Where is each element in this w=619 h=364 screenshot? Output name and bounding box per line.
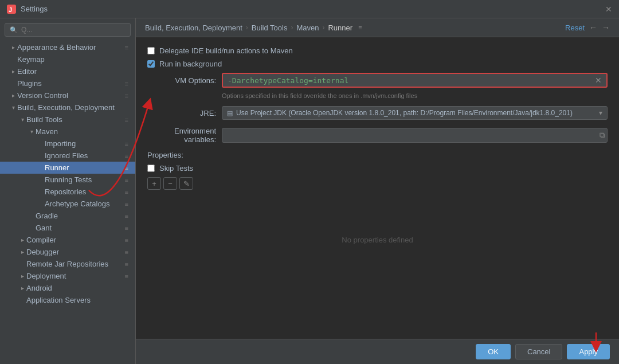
jre-dropdown-arrow: ▾ [599, 109, 602, 117]
sidebar-item-deployment[interactable]: Deployment ≡ [0, 270, 135, 282]
search-box[interactable]: 🔍 [5, 23, 131, 37]
title-bar-left: J Settings [7, 5, 48, 14]
sidebar-item-label: Version Control [17, 91, 125, 100]
background-checkbox[interactable] [147, 60, 155, 68]
sidebar-item-build-exec-deploy[interactable]: Build, Execution, Deployment [0, 101, 135, 113]
arrow-icon [18, 273, 26, 279]
arrow-icon [9, 92, 17, 99]
arrow-icon [18, 285, 26, 291]
sidebar-item-archetype-catalogs[interactable]: Archetype Catalogs ≡ [0, 198, 135, 210]
sidebar-item-ignored-files[interactable]: Ignored Files ≡ [0, 150, 135, 162]
sidebar-item-remote-jar[interactable]: Remote Jar Repositories ≡ [0, 258, 135, 270]
sidebar-item-appearance[interactable]: Appearance & Behavior ≡ [0, 41, 135, 53]
delegate-checkbox-row: Delegate IDE build/run actions to Maven [147, 46, 608, 55]
search-icon: 🔍 [10, 26, 18, 34]
breadcrumb-build-tools: Build Tools [252, 24, 288, 32]
arrow-icon [9, 68, 17, 75]
sidebar-item-label: Build, Execution, Deployment [17, 103, 131, 112]
jre-select-text: Use Project JDK (Oracle OpenJDK version … [236, 109, 599, 117]
settings-content: Delegate IDE build/run actions to Maven … [136, 37, 619, 339]
background-label: Run in background [159, 60, 222, 68]
sidebar-item-gant[interactable]: Gant ≡ [0, 222, 135, 234]
sidebar-item-importing[interactable]: Importing ≡ [0, 138, 135, 150]
sidebar-item-build-tools[interactable]: Build Tools ≡ [0, 113, 135, 126]
vm-options-row: VM Options: ✕ [147, 73, 608, 88]
svg-text:J: J [9, 6, 12, 13]
sidebar-item-gradle[interactable]: Gradle ≡ [0, 210, 135, 222]
delegate-label: Delegate IDE build/run actions to Maven [159, 46, 293, 55]
sidebar-item-label: Remote Jar Repositories [26, 260, 125, 268]
sidebar-item-label: Plugins [17, 79, 125, 88]
vm-clear-button[interactable]: ✕ [595, 76, 602, 85]
sidebar-item-label: Maven [36, 127, 131, 136]
sidebar-item-label: Application Servers [26, 296, 131, 304]
sidebar-item-label: Repositories [45, 187, 125, 196]
nav-buttons: Reset ← → [565, 23, 610, 32]
sidebar-item-runner[interactable]: Runner ≡ [0, 162, 135, 174]
jre-select[interactable]: ▤ Use Project JDK (Oracle OpenJDK versio… [222, 106, 608, 120]
skip-tests-row: Skip Tests [147, 164, 608, 173]
title-bar: J Settings ✕ [0, 0, 619, 18]
breadcrumb: Build, Execution, Deployment › Build Too… [145, 24, 362, 32]
sidebar-item-compiler[interactable]: Compiler ≡ [0, 234, 135, 246]
sidebar-item-version-control[interactable]: Version Control ≡ [0, 89, 135, 101]
ok-button[interactable]: OK [476, 344, 511, 359]
env-field: ⧉ [222, 128, 608, 143]
env-label: Environment variables: [147, 127, 216, 144]
vm-options-field[interactable]: ✕ [222, 73, 608, 88]
props-label: Properties: [147, 151, 608, 159]
sidebar-item-label: Running Tests [45, 175, 125, 184]
jdk-icon: ▤ [227, 109, 233, 117]
edit-property-button[interactable]: ✎ [179, 177, 193, 190]
arrow-icon [18, 237, 26, 243]
search-input[interactable] [21, 26, 126, 34]
skip-tests-checkbox[interactable] [147, 165, 155, 172]
sidebar-item-plugins[interactable]: Plugins ≡ [0, 77, 135, 89]
close-icon[interactable]: ✕ [605, 5, 612, 14]
cancel-button[interactable]: Cancel [515, 344, 562, 359]
jre-row: JRE: ▤ Use Project JDK (Oracle OpenJDK v… [147, 106, 608, 120]
sidebar-item-label: Gant [36, 224, 125, 232]
sidebar-item-label: Gradle [36, 212, 125, 220]
breadcrumb-runner: Runner [328, 24, 352, 32]
sidebar-item-label: Build Tools [26, 115, 125, 124]
sidebar-item-maven[interactable]: Maven [0, 126, 135, 138]
remove-property-button[interactable]: − [163, 177, 177, 190]
breadcrumb-bar: Build, Execution, Deployment › Build Too… [136, 18, 619, 37]
breadcrumb-menu-icon: ≡ [358, 24, 362, 31]
background-checkbox-row: Run in background [147, 60, 608, 68]
env-expand-button[interactable]: ⧉ [600, 131, 605, 140]
reset-button[interactable]: Reset [565, 24, 585, 32]
sidebar: 🔍 Appearance & Behavior ≡ Keymap Editor … [0, 18, 136, 364]
arrow-icon [28, 128, 36, 135]
no-properties-text: No properties defined [147, 236, 608, 244]
sidebar-item-editor[interactable]: Editor [0, 65, 135, 77]
vm-hint-text: Options specified in this field override… [222, 92, 608, 99]
vm-options-label: VM Options: [147, 76, 216, 85]
arrow-icon [18, 116, 26, 123]
sidebar-item-android[interactable]: Android [0, 282, 135, 294]
sidebar-item-label: Ignored Files [45, 151, 125, 160]
sidebar-item-running-tests[interactable]: Running Tests ≡ [0, 174, 135, 186]
dialog-title: Settings [21, 5, 48, 13]
sidebar-tree: Appearance & Behavior ≡ Keymap Editor Pl… [0, 41, 135, 364]
sidebar-item-label: Keymap [17, 55, 131, 64]
sidebar-item-keymap[interactable]: Keymap [0, 53, 135, 65]
properties-section: Properties: Skip Tests + − ✎ No properti… [147, 151, 608, 244]
delegate-checkbox[interactable] [147, 47, 155, 54]
vm-options-input[interactable] [228, 76, 595, 85]
arrow-icon [9, 44, 17, 50]
apply-button[interactable]: Apply [567, 344, 610, 359]
arrow-icon [9, 104, 17, 111]
add-property-button[interactable]: + [147, 177, 161, 190]
skip-tests-label: Skip Tests [159, 164, 193, 173]
back-button[interactable]: ← [589, 23, 597, 32]
sidebar-item-label: Importing [45, 139, 125, 148]
jre-label: JRE: [147, 109, 216, 118]
sidebar-item-label: Compiler [26, 236, 125, 244]
sidebar-item-repositories[interactable]: Repositories ≡ [0, 186, 135, 198]
sidebar-item-app-servers[interactable]: Application Servers [0, 294, 135, 306]
forward-button[interactable]: → [602, 23, 610, 32]
sidebar-item-debugger[interactable]: Debugger ≡ [0, 246, 135, 258]
arrow-icon [18, 249, 26, 255]
